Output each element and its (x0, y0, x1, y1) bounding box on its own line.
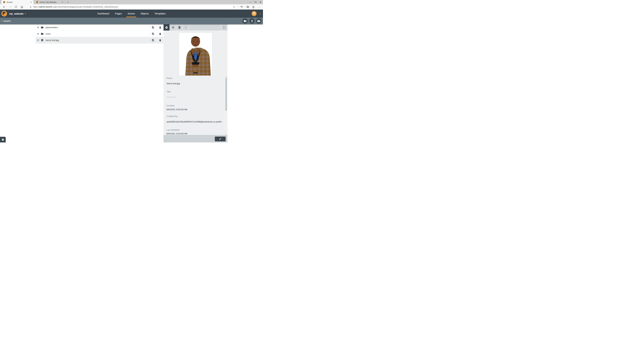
created-label: Created (166, 104, 174, 107)
home-button[interactable] (20, 5, 24, 9)
asset-preview-image[interactable] (179, 33, 212, 76)
breadcrumb: / assets (2, 18, 10, 24)
main-nav: Dashboard Pages Assets Objects Templates (0, 10, 263, 18)
publish-button[interactable] (150, 25, 156, 30)
asset-name[interactable]: henry ford.jpg (46, 39, 148, 42)
globe-icon (152, 32, 154, 35)
bug-icon (1, 138, 4, 141)
asset-list: placeholders icons (36, 24, 163, 44)
tab-title: Assets (7, 1, 29, 3)
publish-button[interactable] (150, 31, 156, 37)
gear-icon (165, 26, 168, 29)
scrollbar-thumb[interactable] (226, 78, 227, 111)
window-minimize-button[interactable]: — (248, 0, 253, 4)
delete-button[interactable] (158, 25, 163, 30)
details-list-tab[interactable] (170, 24, 176, 31)
trash-icon (159, 33, 162, 35)
favorites-list-button[interactable] (240, 5, 244, 9)
nav-dashboard[interactable]: Dashboard (97, 10, 110, 17)
scroll-up-icon[interactable]: ▲ (226, 76, 227, 77)
folder-icon (41, 26, 44, 29)
pencil-icon (219, 138, 221, 140)
publish-button[interactable] (150, 38, 156, 43)
title-label: Title (166, 90, 170, 93)
kebab-icon (184, 26, 187, 29)
new-tab-button[interactable]: + (68, 1, 69, 3)
lock-icon (30, 6, 32, 8)
nav-objects[interactable]: Objects (140, 10, 149, 17)
collections-button[interactable] (246, 5, 250, 9)
divider (149, 38, 150, 43)
nav-templates[interactable]: Templates (154, 10, 166, 17)
forward-button[interactable] (8, 5, 12, 9)
trash-icon (159, 39, 162, 42)
name-value[interactable]: henry ford.jpg (166, 82, 222, 85)
properties-tab[interactable] (164, 24, 170, 31)
kebab-icon: ⋮ (259, 12, 262, 15)
face-icon (252, 12, 256, 16)
tab-close-icon[interactable]: ✕ (30, 1, 32, 3)
browser-profile-button[interactable] (251, 5, 256, 9)
title-input[interactable] (166, 96, 220, 98)
delete-button[interactable] (158, 31, 163, 37)
edit-asset-button[interactable] (215, 137, 226, 141)
asset-name[interactable]: placeholders (46, 26, 148, 29)
last-modified-label: Last Modified (166, 129, 180, 131)
asset-row-henry-ford[interactable]: henry ford.jpg (36, 37, 163, 44)
globe-icon (152, 26, 154, 29)
asset-row-icons[interactable]: icons (36, 31, 163, 37)
more-horizontal-icon: … (258, 6, 261, 8)
browser-menu-button[interactable]: … (257, 5, 262, 9)
app-header: my_website ▾ Dashboard Pages Assets Obje… (0, 10, 263, 18)
refresh-button[interactable] (14, 5, 18, 9)
list-icon (172, 26, 174, 29)
created-value: 8/9/2020, 8:53:08 AM (166, 108, 222, 111)
browser-tab-assets[interactable]: Assets ✕ (1, 0, 34, 4)
profile-avatar-icon (252, 5, 255, 9)
panel-toolbar-spacer (189, 24, 221, 31)
asset-details-panel: Name henry ford.jpg Title Created 8/9/20… (164, 24, 228, 142)
nav-pages[interactable]: Pages (115, 10, 122, 17)
divider (156, 25, 157, 30)
delete-button[interactable] (158, 38, 163, 43)
restore-version-tab[interactable] (176, 24, 183, 31)
user-avatar[interactable] (252, 11, 256, 16)
divider (149, 32, 150, 36)
drag-handle-icon[interactable] (37, 27, 39, 28)
restore-version-icon (178, 26, 181, 29)
browser-tab-strip: Assets ✕ Home | My Website ✕ + — ✕ (0, 0, 263, 4)
debug-button[interactable] (0, 137, 6, 142)
upload-button[interactable] (249, 18, 254, 24)
restore-icon (255, 1, 256, 3)
nav-assets[interactable]: Assets (127, 10, 135, 17)
window-close-button[interactable]: ✕ (258, 0, 263, 4)
asset-row-placeholders[interactable]: placeholders (36, 24, 163, 31)
divider (156, 38, 157, 43)
fullscreen-button[interactable] (221, 24, 228, 31)
favorites-list-icon (240, 6, 243, 8)
drag-handle-icon[interactable] (37, 33, 39, 34)
refresh-icon (14, 6, 17, 8)
panel-scrollbar[interactable]: ▲ ▼ (226, 76, 227, 135)
asset-name[interactable]: icons (46, 33, 148, 35)
drag-handle-icon[interactable] (37, 40, 39, 41)
window-restore-button[interactable] (253, 0, 258, 4)
bookmark-star-button[interactable] (233, 6, 235, 8)
app-menu-button[interactable]: ⋮ (259, 12, 262, 15)
panel-more-tab[interactable] (183, 24, 189, 31)
url-bar[interactable]: https://admin.kestrel-1.io/content/admin… (28, 5, 237, 9)
breadcrumb-root[interactable]: / (2, 20, 2, 22)
back-button[interactable] (2, 5, 6, 9)
tab-close-icon[interactable]: ✕ (62, 1, 63, 3)
tab-title: Home | My Website (40, 1, 60, 3)
browser-tab-home[interactable]: Home | My Website ✕ (34, 0, 65, 4)
cloud-upload-button[interactable] (256, 18, 262, 24)
tab-separator (65, 1, 66, 3)
home-icon (20, 6, 23, 9)
favicon-kestrel-icon (3, 1, 5, 3)
new-folder-button[interactable] (242, 18, 248, 24)
panel-footer (164, 135, 228, 142)
collections-icon (246, 6, 249, 8)
favicon-kestrel-icon (36, 1, 38, 3)
forward-arrow-icon (9, 6, 12, 9)
